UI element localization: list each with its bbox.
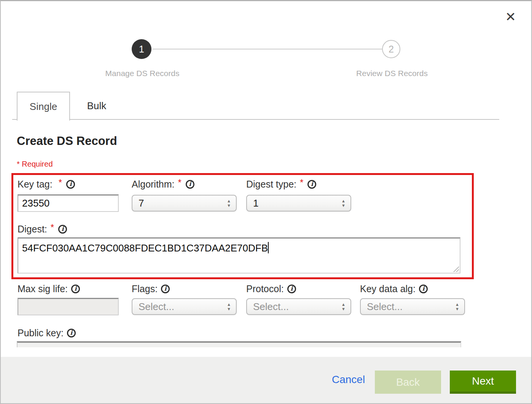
protocol-label: Protocol: i	[246, 283, 296, 294]
select-spinner-icon: ▲ ▼	[341, 199, 346, 207]
algorithm-select[interactable]: 7 ▲ ▼	[132, 195, 237, 212]
select-spinner-icon: ▲ ▼	[341, 303, 346, 310]
chevron-down-icon: ▼	[455, 307, 459, 310]
chevron-up-icon: ▲	[227, 303, 231, 306]
digest-value: 54FCF030AA1C79C0088FDEC1BD1C37DAA2E70DFB	[22, 242, 268, 254]
flags-label: Flags: i	[132, 283, 170, 294]
tab-bulk[interactable]: Bulk	[70, 92, 123, 120]
algorithm-label: Algorithm: * i	[132, 178, 194, 190]
max-sig-life-label-text: Max sig life:	[18, 283, 68, 294]
required-asterisk: *	[300, 177, 303, 188]
info-icon[interactable]: i	[419, 285, 428, 293]
text-cursor	[268, 242, 269, 253]
chevron-down-icon: ▼	[227, 204, 231, 207]
back-button[interactable]: Back	[375, 371, 441, 394]
key-data-alg-label: Key data alg: i	[360, 283, 428, 294]
flags-select-value: Select...	[139, 301, 174, 313]
cancel-button[interactable]: Cancel	[332, 374, 365, 386]
info-icon[interactable]: i	[161, 285, 170, 293]
info-icon[interactable]: i	[58, 225, 67, 234]
protocol-select-value: Select...	[253, 301, 289, 313]
page-title: Create DS Record	[17, 134, 117, 148]
close-icon[interactable]: ✕	[505, 10, 516, 23]
required-asterisk: *	[59, 177, 62, 188]
resize-handle-icon[interactable]	[452, 266, 459, 272]
key-data-alg-label-text: Key data alg:	[360, 283, 416, 294]
info-icon[interactable]: i	[287, 285, 296, 293]
chevron-down-icon: ▼	[227, 307, 231, 310]
chevron-down-icon: ▼	[341, 307, 346, 310]
info-icon[interactable]: i	[71, 285, 80, 293]
info-icon[interactable]: i	[307, 180, 316, 189]
tab-bar: Single Bulk	[12, 92, 499, 120]
digest-label: Digest: * i	[18, 223, 67, 235]
create-ds-record-modal: ✕ 1 2 Manage DS Records Review DS Record…	[0, 0, 532, 404]
chevron-up-icon: ▲	[341, 199, 346, 202]
digest-type-select-value: 1	[253, 197, 258, 209]
digest-type-label: Digest type: * i	[246, 178, 316, 190]
required-note: * Required	[17, 160, 53, 169]
public-key-textarea[interactable]	[17, 341, 461, 347]
key-tag-input[interactable]	[18, 194, 119, 212]
tab-single[interactable]: Single	[17, 92, 70, 121]
chevron-up-icon: ▲	[455, 303, 459, 306]
max-sig-life-label: Max sig life: i	[18, 283, 80, 294]
select-spinner-icon: ▲ ▼	[455, 303, 459, 310]
key-tag-label-text: Key tag:	[18, 179, 53, 190]
protocol-select[interactable]: Select... ▲ ▼	[246, 298, 351, 315]
stepper-step-2-circle: 2	[382, 40, 400, 58]
chevron-down-icon: ▼	[341, 204, 346, 207]
info-icon[interactable]: i	[186, 180, 194, 189]
stepper-step-2-label: Review DS Records	[308, 69, 476, 78]
key-data-alg-select-value: Select...	[367, 301, 403, 313]
digest-label-text: Digest:	[18, 224, 47, 235]
info-icon[interactable]: i	[67, 329, 76, 337]
modal-footer: Cancel Back Next	[1, 357, 531, 403]
protocol-label-text: Protocol:	[246, 283, 284, 294]
info-icon[interactable]: i	[66, 180, 75, 189]
flags-select[interactable]: Select... ▲ ▼	[132, 298, 237, 315]
select-spinner-icon: ▲ ▼	[227, 303, 231, 310]
digest-type-label-text: Digest type:	[246, 179, 296, 190]
digest-type-select[interactable]: 1 ▲ ▼	[246, 195, 351, 212]
public-key-label-text: Public key:	[18, 328, 64, 339]
select-spinner-icon: ▲ ▼	[227, 199, 231, 207]
key-tag-label: Key tag: * i	[18, 178, 75, 190]
chevron-up-icon: ▲	[341, 303, 346, 306]
algorithm-label-text: Algorithm:	[132, 179, 175, 190]
chevron-up-icon: ▲	[227, 199, 231, 202]
public-key-label: Public key: i	[18, 327, 76, 339]
stepper-connector-line	[152, 49, 383, 49]
digest-textarea[interactable]: 54FCF030AA1C79C0088FDEC1BD1C37DAA2E70DFB	[18, 237, 460, 274]
algorithm-select-value: 7	[139, 197, 144, 209]
required-asterisk: *	[178, 177, 182, 188]
next-button[interactable]: Next	[450, 371, 516, 394]
stepper-step-1-circle: 1	[132, 39, 151, 59]
max-sig-life-input[interactable]	[18, 298, 119, 315]
flags-label-text: Flags:	[132, 283, 158, 294]
required-asterisk: *	[51, 222, 54, 233]
stepper-step-1-label: Manage DS Records	[59, 69, 226, 78]
key-data-alg-select[interactable]: Select... ▲ ▼	[360, 298, 465, 315]
